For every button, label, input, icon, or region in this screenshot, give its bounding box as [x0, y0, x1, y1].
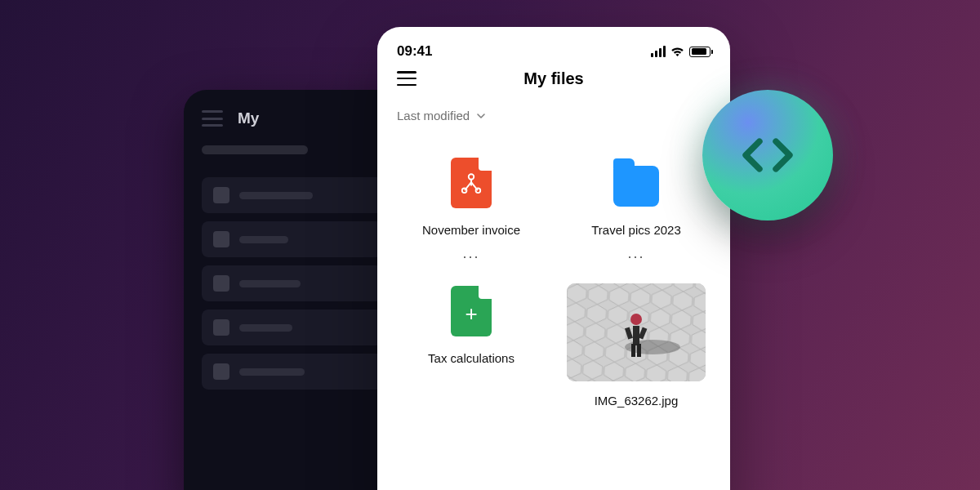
wifi-icon [670, 47, 684, 57]
phone-mockup: 09:41 My files Last modified November in… [377, 27, 730, 490]
background-title-partial: My [238, 109, 259, 127]
menu-icon [202, 110, 223, 127]
battery-icon [689, 47, 710, 57]
svg-point-1 [462, 189, 467, 194]
svg-rect-12 [637, 344, 641, 357]
image-thumbnail [567, 283, 706, 381]
sort-dropdown[interactable]: Last modified [397, 109, 710, 122]
pdf-file-icon [451, 158, 492, 208]
file-tile-folder[interactable]: Travel pics 2023 ... [562, 155, 710, 257]
file-tile-sheet[interactable]: + Tax calculations [397, 283, 546, 409]
statusbar-time: 09:41 [397, 43, 432, 60]
spreadsheet-file-icon: + [451, 286, 492, 336]
file-more-button[interactable]: ... [462, 250, 479, 257]
file-name: IMG_63262.jpg [595, 393, 679, 409]
svg-rect-7 [633, 326, 639, 345]
app-header: My files [397, 71, 710, 86]
chevron-down-icon [476, 111, 486, 121]
page-title: My files [523, 69, 583, 88]
file-name: Tax calculations [428, 350, 514, 367]
file-more-button[interactable]: ... [627, 250, 644, 257]
placeholder-line [202, 145, 308, 154]
svg-rect-11 [631, 344, 635, 357]
statusbar: 09:41 [397, 43, 710, 60]
svg-point-0 [469, 174, 474, 180]
file-name: Travel pics 2023 [591, 222, 681, 238]
folder-icon [613, 166, 659, 207]
file-tile-image[interactable]: IMG_63262.jpg [562, 283, 710, 409]
file-tile-pdf[interactable]: November invoice ... [397, 155, 546, 257]
file-name: November invoice [422, 222, 520, 238]
sort-label: Last modified [397, 109, 470, 122]
svg-point-8 [630, 314, 642, 325]
svg-point-2 [476, 189, 481, 194]
file-grid: November invoice ... Travel pics 2023 ..… [397, 155, 710, 410]
menu-button[interactable] [397, 71, 416, 86]
cellular-signal-icon [651, 46, 666, 57]
code-badge-icon [702, 90, 833, 220]
